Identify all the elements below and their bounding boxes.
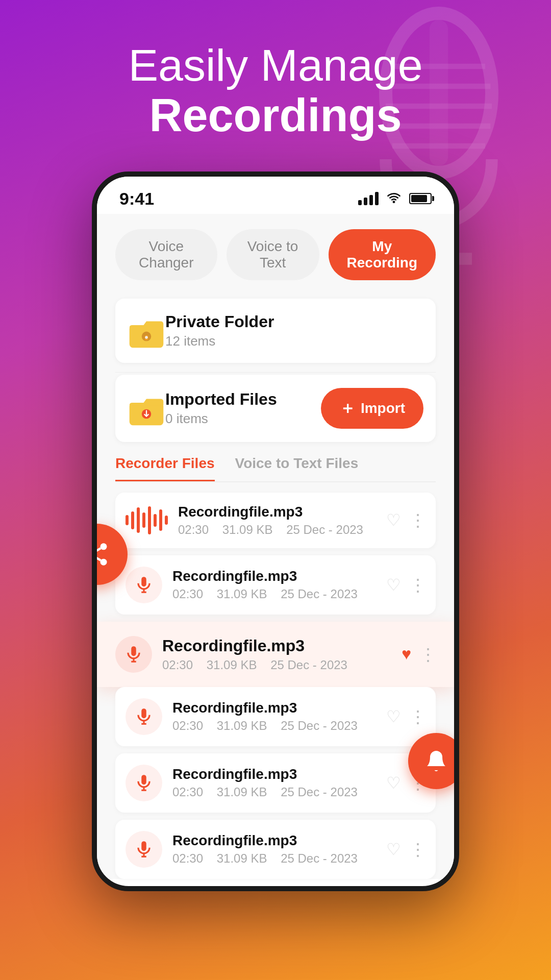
status-icons — [358, 191, 432, 206]
recording-mic-icon — [126, 831, 162, 868]
recording-info: Recordingfile.mp3 02:30 31.09 KB 25 Dec … — [178, 504, 386, 537]
more-options-button[interactable]: ⋮ — [409, 839, 425, 860]
tab-voice-text-files[interactable]: Voice to Text Files — [235, 455, 359, 481]
recording-meta: 02:30 31.09 KB 25 Dec - 2023 — [178, 523, 386, 537]
hero-title-light: Easily Manage — [128, 41, 422, 90]
svg-point-14 — [393, 202, 394, 203]
more-options-button[interactable]: ⋮ — [409, 706, 425, 727]
hero-title-bold: Recordings — [128, 90, 422, 141]
favorite-button[interactable]: ♡ — [386, 575, 401, 595]
private-folder-icon — [128, 312, 165, 350]
audio-wave-bars — [126, 505, 168, 535]
svg-rect-24 — [131, 646, 136, 656]
phone-frame: 9:41 Voice Cha — [92, 172, 459, 891]
recording-meta: 02:30 31.09 KB 25 Dec - 2023 — [172, 719, 386, 733]
private-folder-info: Private Folder 12 items — [165, 312, 423, 349]
import-button[interactable]: ＋ Import — [321, 388, 423, 429]
status-bar: 9:41 — [97, 177, 454, 214]
wifi-icon — [386, 191, 402, 206]
recording-name: Recordingfile.mp3 — [178, 504, 386, 520]
recording-item[interactable]: Recordingfile.mp3 02:30 31.09 KB 25 Dec … — [115, 753, 436, 813]
bell-icon — [424, 749, 448, 773]
recording-info: Recordingfile.mp3 02:30 31.09 KB 25 Dec … — [172, 832, 386, 866]
imported-folder-count: 0 items — [165, 411, 321, 427]
imported-folder-name: Imported Files — [165, 390, 321, 409]
svg-point-18 — [145, 336, 148, 339]
recording-item[interactable]: Recordingfile.mp3 02:30 31.09 KB 25 Dec … — [115, 687, 436, 746]
more-options-button[interactable]: ⋮ — [409, 510, 425, 530]
tab-my-recording[interactable]: My Recording — [329, 229, 436, 280]
recording-info: Recordingfile.mp3 02:30 31.09 KB 25 Dec … — [172, 568, 386, 601]
tab-voice-changer[interactable]: Voice Changer — [115, 229, 217, 280]
recording-meta: 02:30 31.09 KB 25 Dec - 2023 — [162, 658, 402, 672]
more-options-button[interactable]: ⋮ — [419, 644, 436, 665]
favorite-button[interactable]: ♡ — [386, 840, 401, 859]
share-icon — [92, 541, 110, 568]
imported-files-item[interactable]: Imported Files 0 items ＋ Import — [115, 375, 436, 442]
phone-content: Voice Changer Voice to Text My Recording… — [97, 214, 454, 879]
recording-meta: 02:30 31.09 KB 25 Dec - 2023 — [172, 587, 386, 601]
svg-rect-27 — [141, 708, 146, 718]
recording-info: Recordingfile.mp3 02:30 31.09 KB 25 Dec … — [172, 766, 386, 799]
svg-point-9 — [101, 543, 107, 550]
more-options-button[interactable]: ⋮ — [409, 575, 425, 595]
imported-folder-icon — [128, 389, 165, 427]
recording-item[interactable]: Recordingfile.mp3 02:30 31.09 KB 25 Dec … — [115, 555, 436, 615]
hero-header: Easily Manage Recordings — [128, 0, 422, 166]
tab-recorder-files[interactable]: Recorder Files — [115, 455, 215, 481]
divider — [115, 372, 436, 373]
private-folder-count: 12 items — [165, 333, 423, 349]
svg-line-12 — [93, 556, 101, 560]
navigation-tabs: Voice Changer Voice to Text My Recording — [115, 229, 436, 280]
file-type-tabs: Recorder Files Voice to Text Files — [115, 455, 436, 482]
recording-item-highlighted[interactable]: Recordingfile.mp3 02:30 31.09 KB 25 Dec … — [97, 622, 454, 687]
private-folder-item[interactable]: Private Folder 12 items — [115, 299, 436, 363]
recording-name: Recordingfile.mp3 — [162, 636, 402, 655]
recording-mic-icon — [115, 636, 152, 673]
recording-name: Recordingfile.mp3 — [172, 700, 386, 716]
recording-info: Recordingfile.mp3 02:30 31.09 KB 25 Dec … — [172, 700, 386, 733]
imported-folder-info: Imported Files 0 items — [165, 390, 321, 427]
recording-item[interactable]: Recordingfile.mp3 02:30 31.09 KB 25 Dec … — [115, 493, 436, 548]
favorite-button[interactable]: ♥ — [402, 645, 411, 664]
import-button-label: Import — [361, 400, 405, 416]
svg-rect-30 — [141, 775, 146, 785]
svg-point-11 — [101, 558, 107, 565]
recording-name: Recordingfile.mp3 — [172, 832, 386, 849]
private-folder-name: Private Folder — [165, 312, 423, 331]
svg-rect-33 — [141, 841, 146, 851]
status-time: 9:41 — [119, 189, 154, 209]
svg-line-13 — [93, 548, 101, 553]
recording-name: Recordingfile.mp3 — [172, 568, 386, 584]
svg-rect-21 — [141, 577, 146, 586]
tab-voice-to-text[interactable]: Voice to Text — [227, 229, 319, 280]
recording-name: Recordingfile.mp3 — [172, 766, 386, 782]
import-plus-icon: ＋ — [339, 397, 356, 420]
notification-fab-button[interactable] — [408, 733, 459, 789]
battery-icon — [409, 193, 432, 204]
favorite-button[interactable]: ♡ — [386, 773, 401, 793]
recording-info: Recordingfile.mp3 02:30 31.09 KB 25 Dec … — [162, 636, 402, 672]
favorite-button[interactable]: ♡ — [386, 510, 401, 530]
signal-bars-icon — [358, 192, 379, 205]
recording-mic-icon — [126, 698, 162, 735]
svg-point-10 — [92, 551, 94, 557]
recording-mic-icon — [126, 765, 162, 801]
recording-item[interactable]: Recordingfile.mp3 02:30 31.09 KB 25 Dec … — [115, 820, 436, 879]
recording-meta: 02:30 31.09 KB 25 Dec - 2023 — [172, 785, 386, 799]
recording-meta: 02:30 31.09 KB 25 Dec - 2023 — [172, 851, 386, 866]
favorite-button[interactable]: ♡ — [386, 707, 401, 726]
recording-mic-icon — [126, 567, 162, 603]
